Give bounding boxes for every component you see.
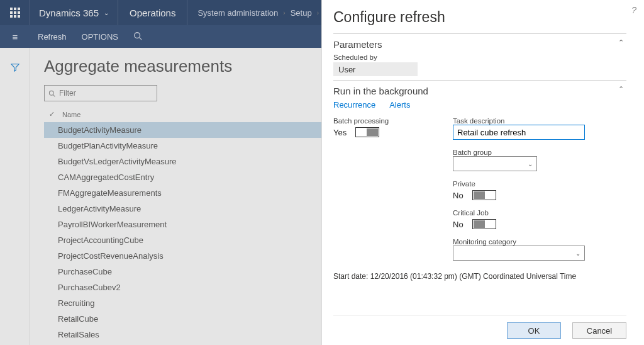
task-description-input[interactable] <box>453 125 585 140</box>
tab-recurrence[interactable]: Recurrence <box>333 100 375 110</box>
svg-rect-2 <box>18 8 20 10</box>
svg-rect-1 <box>14 8 16 10</box>
monitoring-category-label: Monitoring category <box>453 238 626 246</box>
start-date-text: Start date: 12/20/2016 (01:43:32 pm) (GM… <box>333 272 626 281</box>
private-label: Private <box>453 180 626 188</box>
svg-rect-8 <box>18 15 20 18</box>
section-title[interactable]: Run in the background <box>333 86 626 96</box>
background-tabs: Recurrence Alerts <box>333 100 626 110</box>
section-title[interactable]: Parameters <box>333 39 626 50</box>
options-button[interactable]: OPTIONS <box>74 32 126 42</box>
critical-job-value: No <box>453 220 464 229</box>
chevron-down-icon: ⌄ <box>575 250 580 257</box>
scheduled-by-label: Scheduled by <box>333 54 626 61</box>
svg-rect-6 <box>10 15 13 18</box>
svg-rect-0 <box>10 8 13 10</box>
monitoring-category-dropdown[interactable]: ⌄ <box>453 246 585 261</box>
brand-label: Dynamics 365 <box>39 8 99 18</box>
batch-processing-value: Yes <box>333 128 347 137</box>
ok-button[interactable]: OK <box>507 322 561 339</box>
svg-rect-5 <box>18 11 20 14</box>
svg-point-11 <box>49 91 53 95</box>
help-icon[interactable]: ? <box>631 5 636 15</box>
task-description-label: Task description <box>453 117 626 125</box>
filter-funnel-icon[interactable] <box>11 63 19 74</box>
panel-footer: OK Cancel <box>333 315 626 339</box>
breadcrumb-item[interactable]: Setup <box>291 8 312 18</box>
chevron-right-icon: › <box>317 9 319 16</box>
column-name[interactable]: Name <box>62 111 80 118</box>
svg-line-10 <box>140 37 142 40</box>
waffle-icon[interactable] <box>0 0 30 25</box>
chevron-down-icon: ⌄ <box>528 161 533 167</box>
scheduled-by-value[interactable]: User <box>333 62 418 76</box>
check-icon: ✓ <box>49 110 55 118</box>
batch-group-dropdown[interactable]: ⌄ <box>453 156 537 171</box>
panel-title: Configure refresh <box>333 9 626 26</box>
collapse-icon[interactable]: ⌃ <box>618 85 624 93</box>
collapse-icon[interactable]: ⌃ <box>618 38 624 47</box>
brand-menu[interactable]: Dynamics 365 ⌄ <box>30 0 118 25</box>
private-toggle[interactable] <box>472 190 496 200</box>
private-value: No <box>453 191 464 200</box>
breadcrumb-item[interactable]: System administration <box>197 8 278 18</box>
section-run-background: Run in the background ⌃ Recurrence Alert… <box>333 80 626 285</box>
batch-processing-toggle[interactable] <box>355 127 379 137</box>
chevron-right-icon: › <box>283 9 285 16</box>
configure-refresh-panel: ? Configure refresh Parameters ⌃ Schedul… <box>321 0 644 345</box>
svg-rect-3 <box>10 11 13 14</box>
section-parameters: Parameters ⌃ Scheduled by User <box>333 33 626 80</box>
critical-job-toggle[interactable] <box>472 219 496 229</box>
batch-group-label: Batch group <box>453 149 626 156</box>
module-label[interactable]: Operations <box>118 0 187 25</box>
chevron-down-icon: ⌄ <box>104 9 109 16</box>
svg-point-9 <box>135 32 140 38</box>
filter-placeholder: Filter <box>59 89 76 98</box>
cancel-button[interactable]: Cancel <box>572 322 626 339</box>
filter-input[interactable]: Filter <box>44 85 157 101</box>
search-icon[interactable] <box>126 31 150 42</box>
batch-processing-label: Batch processing <box>333 117 434 125</box>
breadcrumb: System administration › Setup › <box>187 0 329 25</box>
hamburger-icon[interactable]: ≡ <box>0 25 30 48</box>
left-rail <box>0 48 30 345</box>
svg-rect-4 <box>14 11 16 14</box>
svg-line-12 <box>53 94 55 96</box>
tab-alerts[interactable]: Alerts <box>389 100 410 110</box>
refresh-button[interactable]: Refresh <box>30 32 74 42</box>
svg-rect-7 <box>14 15 16 18</box>
critical-job-label: Critical Job <box>453 209 626 217</box>
